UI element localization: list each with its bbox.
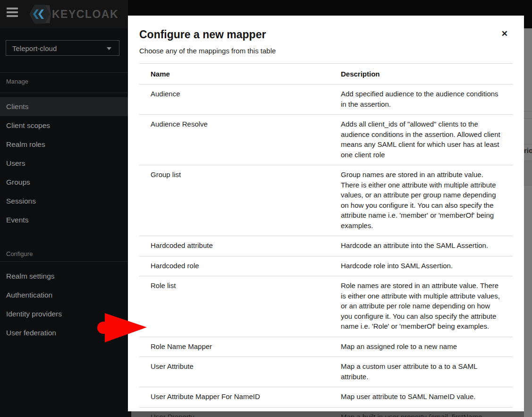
sidebar: Teleport-cloud Manage Clients Client sco…	[0, 28, 131, 417]
mapper-name[interactable]: Hardcoded role	[139, 256, 341, 276]
sidebar-nav-item-label: Events	[6, 216, 28, 224]
sidebar-nav-item[interactable]: Client scopes	[0, 116, 131, 135]
mapper-description: Hardcode an attribute into the SAML Asse…	[341, 236, 513, 256]
sidebar-nav-item[interactable]: Authentication	[0, 286, 131, 305]
sidebar-section-title-configure: Configure	[6, 250, 33, 257]
mapper-row[interactable]: Hardcoded role Hardcode role into SAML A…	[139, 256, 513, 276]
mapper-row[interactable]: User Attribute Map a custom user attribu…	[139, 357, 513, 387]
mapper-description: Role names are stored in an attribute va…	[341, 276, 513, 337]
sidebar-nav-item-label: Groups	[6, 178, 30, 186]
mapper-description: Map a custom user attribute to a to a SA…	[341, 357, 513, 387]
mapper-row[interactable]: Audience Add specified audience to the a…	[139, 85, 513, 115]
sidebar-nav-manage: Clients Client scopes Realm roles Users …	[0, 97, 131, 230]
sidebar-section-title-manage: Manage	[6, 78, 28, 85]
sidebar-divider	[0, 261, 131, 262]
sidebar-nav-item[interactable]: Identity providers	[0, 305, 131, 323]
sidebar-nav-item-label: Users	[6, 159, 25, 167]
mapper-name[interactable]: Hardcoded attribute	[139, 236, 341, 256]
realm-selector-dropdown[interactable]: Teleport-cloud	[6, 40, 119, 56]
mapper-name[interactable]: Audience	[139, 85, 341, 115]
mapper-description: Adds all client_ids of "allowed" clients…	[341, 115, 513, 165]
mapper-name[interactable]: Role Name Mapper	[139, 337, 341, 357]
mapper-row[interactable]: User Property Map a built in user proper…	[139, 407, 513, 417]
sidebar-nav-item[interactable]: Events	[0, 211, 131, 230]
close-icon[interactable]: ✕	[500, 29, 509, 39]
sidebar-nav-item[interactable]: Sessions	[0, 192, 131, 211]
sidebar-nav-item[interactable]: Groups	[0, 173, 131, 192]
mapper-row[interactable]: Role Name Mapper Map an assigned role to…	[139, 337, 513, 357]
sidebar-divider	[0, 72, 131, 73]
column-header-description: Description	[341, 64, 513, 85]
mapper-name[interactable]: User Attribute	[139, 357, 341, 387]
mapper-row[interactable]: User Attribute Mapper For NameID Map use…	[139, 387, 513, 408]
hamburger-menu-icon[interactable]	[7, 8, 18, 17]
mapper-table: Name Description Audience Add specified …	[139, 64, 513, 417]
sidebar-nav-item[interactable]: Realm roles	[0, 135, 131, 154]
sidebar-nav-item[interactable]: Users	[0, 154, 131, 173]
sidebar-nav-item-label: Realm roles	[6, 140, 45, 148]
sidebar-divider	[0, 93, 131, 93]
mapper-description: Group names are stored in an attribute v…	[341, 165, 513, 236]
keycloak-logo-icon	[29, 4, 51, 25]
sidebar-nav-item[interactable]: User federation	[0, 323, 131, 342]
realm-selector-value: Teleport-cloud	[12, 44, 57, 52]
mapper-row[interactable]: Group list Group names are stored in an …	[139, 165, 513, 236]
mapper-name[interactable]: Audience Resolve	[139, 115, 341, 165]
mapper-name[interactable]: Group list	[139, 165, 341, 236]
mapper-table-body: Audience Add specified audience to the a…	[139, 85, 513, 417]
sidebar-nav-item-label: Clients	[6, 102, 28, 111]
mapper-name[interactable]: User Attribute Mapper For NameID	[139, 387, 341, 408]
mapper-name[interactable]: User Property	[139, 407, 341, 417]
sidebar-nav-item[interactable]: Realm settings	[0, 267, 131, 286]
clipped-background-text: rio	[524, 146, 532, 154]
column-header-name: Name	[139, 64, 341, 85]
mapper-row[interactable]: Audience Resolve Adds all client_ids of …	[139, 115, 513, 165]
sidebar-nav-configure: Realm settings Authentication Identity p…	[0, 267, 131, 342]
modal-subtitle: Choose any of the mappings from this tab…	[139, 47, 276, 55]
sidebar-nav-item[interactable]: Clients	[0, 97, 131, 116]
keycloak-logo: KEYCLOAK	[29, 4, 118, 25]
mapper-table-header-row: Name Description	[139, 64, 513, 85]
configure-mapper-modal: Configure a new mapper Choose any of the…	[128, 16, 524, 411]
mapper-description: Map user attribute to SAML NameID value.	[341, 387, 513, 408]
sidebar-nav-item-label: Sessions	[6, 197, 36, 205]
dimmed-background-content: rio	[524, 28, 532, 417]
mapper-name[interactable]: Role list	[139, 276, 341, 337]
modal-title: Configure a new mapper	[139, 28, 266, 41]
mapper-row[interactable]: Role list Role names are stored in an at…	[139, 276, 513, 337]
sidebar-nav-item-label: User federation	[6, 329, 56, 337]
sidebar-nav-item-label: Realm settings	[6, 272, 55, 280]
mapper-row[interactable]: Hardcoded attribute Hardcode an attribut…	[139, 236, 513, 256]
sidebar-nav-item-label: Client scopes	[6, 121, 50, 129]
mapper-description: Map an assigned role to a new name	[341, 337, 513, 357]
mapper-description: Hardcode role into SAML Assertion.	[341, 256, 513, 276]
mapper-description: Add specified audience to the audience c…	[341, 85, 513, 115]
sidebar-nav-item-label: Identity providers	[6, 310, 62, 318]
keycloak-logo-text: KEYCLOAK	[52, 8, 118, 21]
chevron-down-icon	[107, 47, 111, 50]
sidebar-nav-item-label: Authentication	[6, 291, 52, 299]
mapper-description: Map a built in user property (email, fir…	[341, 407, 513, 417]
